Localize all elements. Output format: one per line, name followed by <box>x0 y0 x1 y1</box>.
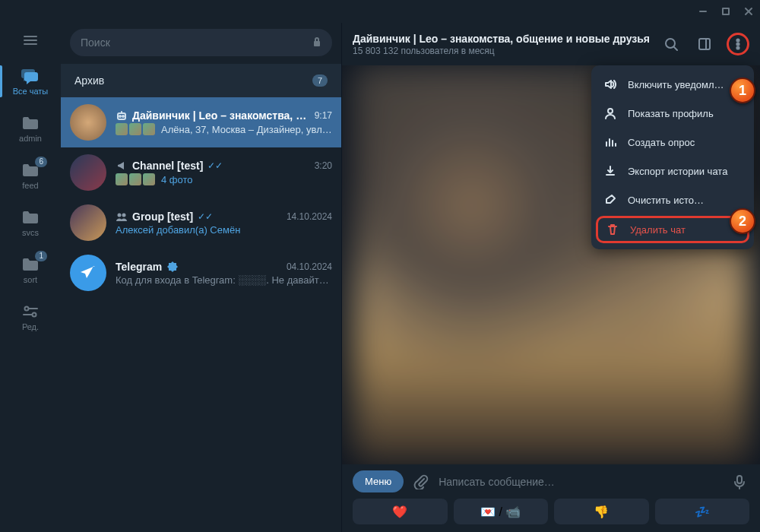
chat-item[interactable]: Group [test] ✓✓ 14.10.2024 Алексей добав… <box>61 198 341 248</box>
annotation-badge-1: 1 <box>730 78 755 103</box>
svg-rect-11 <box>314 41 320 46</box>
avatar <box>70 255 106 291</box>
group-icon <box>116 211 128 223</box>
folder-feed[interactable]: feed 6 <box>0 152 61 199</box>
search-in-chat-button[interactable] <box>660 33 682 55</box>
chat-item[interactable]: Channel [test] ✓✓ 3:20 4 фото <box>61 147 341 198</box>
quick-reaction[interactable]: 💤 <box>655 499 750 524</box>
window-titlebar <box>0 0 760 23</box>
chat-list-pane: Поиск Архив 7 Дайвинчик | Leo – знакомст… <box>61 23 342 532</box>
svg-rect-25 <box>737 476 742 483</box>
svg-point-24 <box>736 46 739 49</box>
folder-rail: Все чаты admin feed 6 svcs sort 1 Ред. <box>0 23 61 532</box>
svg-point-16 <box>118 213 122 217</box>
bot-icon <box>116 109 128 122</box>
broom-icon <box>603 193 617 207</box>
avatar <box>70 204 106 241</box>
avatar <box>70 154 106 191</box>
folder-icon <box>20 208 41 226</box>
chat-item[interactable]: Дайвинчик | Leo – знакомства, о… 9:17 Ал… <box>61 97 341 147</box>
chat-item[interactable]: Telegram 04.10.2024 Код для входа в Tele… <box>61 248 341 298</box>
read-checks-icon: ✓✓ <box>198 211 213 222</box>
poll-icon <box>603 135 617 149</box>
bot-menu-button[interactable]: Меню <box>353 470 404 492</box>
quick-reaction[interactable]: 💌 / 📹 <box>454 499 549 524</box>
folder-svcs[interactable]: svcs <box>0 199 61 246</box>
svg-point-14 <box>122 116 124 117</box>
chat-subtitle: 15 803 132 пользователя в месяц <box>353 46 650 56</box>
folder-edit[interactable]: Ред. <box>0 293 61 340</box>
svg-rect-20 <box>699 39 710 49</box>
close-button[interactable] <box>743 6 754 17</box>
quick-reaction[interactable]: 👎 <box>554 499 649 524</box>
maximize-button[interactable] <box>720 6 731 17</box>
menu-button[interactable] <box>15 29 46 52</box>
trash-icon <box>606 223 619 236</box>
search-input[interactable]: Поиск <box>70 29 332 56</box>
message-input[interactable]: Написать сообщение… <box>439 476 722 488</box>
chat-pane: Дайвинчик | Leo – знакомства, общение и … <box>342 23 760 532</box>
read-checks-icon: ✓✓ <box>207 160 223 171</box>
folder-admin[interactable]: admin <box>0 105 61 152</box>
svg-point-22 <box>736 39 739 41</box>
settings-icon <box>20 302 41 321</box>
svg-point-18 <box>666 39 675 48</box>
voice-button[interactable] <box>730 472 749 492</box>
verified-icon <box>166 261 179 273</box>
menu-poll[interactable]: Создать опрос <box>591 128 754 157</box>
export-icon <box>603 164 617 178</box>
svg-point-26 <box>608 109 613 113</box>
avatar <box>70 104 106 141</box>
svg-point-17 <box>122 213 126 217</box>
svg-point-7 <box>25 307 29 311</box>
chat-header[interactable]: Дайвинчик | Leo – знакомства, общение и … <box>342 23 760 65</box>
menu-export[interactable]: Экспорт истории чата <box>591 157 754 185</box>
menu-clear[interactable]: Очистить исто… <box>591 185 754 214</box>
svg-point-9 <box>33 313 36 317</box>
svg-point-23 <box>736 43 739 45</box>
svg-point-13 <box>119 116 121 117</box>
chats-icon <box>20 67 41 85</box>
quick-reaction[interactable]: ❤️ <box>353 499 448 524</box>
svg-line-19 <box>674 47 677 50</box>
lock-icon <box>312 36 321 49</box>
folder-icon <box>20 114 41 132</box>
annotation-badge-2: 2 <box>730 208 755 234</box>
attach-button[interactable] <box>411 472 431 492</box>
minimize-button[interactable] <box>698 6 708 17</box>
svg-rect-1 <box>723 8 729 14</box>
menu-delete-chat[interactable]: Удалить чат <box>596 216 749 243</box>
channel-icon <box>116 160 128 172</box>
chat-title: Дайвинчик | Leo – знакомства, общение и … <box>353 33 650 45</box>
menu-profile[interactable]: Показать профиль <box>591 99 754 128</box>
more-options-button[interactable] <box>727 33 749 55</box>
sidepanel-button[interactable] <box>693 33 716 55</box>
sound-icon <box>603 78 617 91</box>
archive-row[interactable]: Архив 7 <box>61 64 341 97</box>
folder-sort[interactable]: sort 1 <box>0 246 61 293</box>
folder-all-chats[interactable]: Все чаты <box>0 58 61 105</box>
profile-icon <box>603 106 617 120</box>
